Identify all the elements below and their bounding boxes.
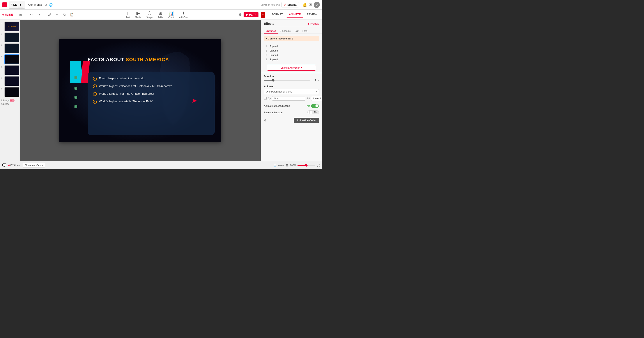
- plus-icon: +: [2, 13, 4, 17]
- tab-path[interactable]: Path: [301, 29, 309, 34]
- notes-icon: 📄: [274, 164, 277, 167]
- share-button[interactable]: ⇄ SHARE: [282, 2, 299, 8]
- table-tool-button[interactable]: ⊞ Table: [158, 11, 163, 19]
- slide-preview-3: [4, 43, 19, 53]
- fullscreen-button[interactable]: ⛶: [317, 164, 320, 167]
- expand-item-2: 2 Expand: [264, 49, 319, 53]
- redo-button[interactable]: ↪: [36, 12, 42, 18]
- duration-slider-thumb[interactable]: [272, 79, 274, 82]
- tab-format[interactable]: FORMAT: [269, 12, 285, 18]
- animate-dropdown[interactable]: One Paragraph at a time ▾: [264, 89, 319, 94]
- undo-button[interactable]: ↩: [28, 12, 34, 18]
- user-avatar[interactable]: U: [314, 2, 320, 8]
- slide-preview-6: [4, 76, 19, 86]
- animate-attached-label: Animate attached shape: [264, 105, 290, 107]
- tab-emphasis[interactable]: Emphasis: [278, 29, 292, 34]
- notifications-icon[interactable]: 🔔: [302, 3, 307, 7]
- shape-tool-button[interactable]: ⬡ Shape: [146, 11, 153, 19]
- addons-tool-button[interactable]: ✦ Add-Ons: [179, 11, 188, 19]
- no-option[interactable]: No: [312, 111, 319, 114]
- globe-icon[interactable]: 🌐: [49, 3, 52, 7]
- text-tool-button[interactable]: T Text: [126, 11, 130, 19]
- bullet-circle-3: [93, 92, 97, 96]
- slide-title-accent: SOUTH AMERICA: [126, 57, 169, 62]
- slide-thumb-6[interactable]: 6: [1, 76, 18, 86]
- effects-header: Effects ▶ Preview: [261, 20, 322, 27]
- mail-icon[interactable]: ✉: [309, 3, 312, 7]
- tab-review[interactable]: REVIEW: [304, 12, 320, 18]
- view-mode-button[interactable]: ⊟ Normal View ▾: [23, 163, 45, 167]
- anim-order-gear-icon[interactable]: ⚙: [264, 119, 267, 122]
- expand-num-2: 2: [266, 50, 268, 52]
- addons-tool-label: Add-Ons: [179, 16, 188, 19]
- slide-thumb-2[interactable]: 2: [1, 33, 18, 42]
- slide-preview-2: [4, 33, 19, 42]
- bullet-circle-4: [93, 100, 97, 104]
- settings-button[interactable]: ⚙: [239, 13, 242, 17]
- tab-animate[interactable]: ANIMATE: [286, 12, 304, 18]
- slide-title-part1: FACTS ABOUT: [88, 57, 126, 62]
- content-placeholder-header[interactable]: ▾ Content Placeholder 1: [264, 36, 319, 41]
- animate-attached-toggle[interactable]: [311, 104, 319, 108]
- effects-title: Effects: [264, 22, 274, 26]
- till-label: Till: [307, 97, 310, 100]
- current-slide-number: 4: [8, 164, 10, 167]
- grid-view-icon[interactable]: ⊞: [286, 164, 288, 167]
- slide-thumb-4[interactable]: 4: [1, 54, 18, 64]
- duration-slider[interactable]: [264, 80, 310, 81]
- tab-exit[interactable]: Exit: [293, 29, 300, 34]
- folder-icon[interactable]: 🗂: [44, 3, 48, 7]
- gallery-button[interactable]: Gallery: [1, 103, 18, 105]
- bullet-circle-2: [93, 84, 97, 88]
- preview-label: Preview: [310, 22, 319, 25]
- play-dropdown-button[interactable]: ▾: [261, 12, 265, 18]
- animation-order-button[interactable]: Animation Order: [294, 118, 319, 123]
- text-icon: T: [126, 11, 129, 16]
- slide-separator: /: [10, 164, 11, 167]
- layout-icon[interactable]: ⊞: [18, 12, 24, 18]
- copy-button[interactable]: ⧉: [61, 12, 68, 18]
- duration-slider-row: 1 x: [264, 79, 319, 82]
- scissors-button[interactable]: ✂: [54, 12, 60, 18]
- slide-label: SLIDE: [5, 13, 13, 16]
- slide-thumb-3[interactable]: 3: [1, 43, 18, 53]
- notes-button[interactable]: 📄 Notes: [274, 164, 284, 167]
- share-label: SHARE: [288, 3, 296, 6]
- zoom-thumb[interactable]: [305, 164, 308, 167]
- reverse-toggle: || No: [307, 111, 319, 114]
- chat-icon[interactable]: 💬: [2, 163, 6, 167]
- file-icon-group: 🗂 🌐: [44, 3, 52, 7]
- slide-thumb-5[interactable]: 5: [1, 65, 18, 75]
- media-tool-button[interactable]: ▶ Media: [135, 11, 141, 19]
- paint-format-button[interactable]: 🖌: [46, 12, 52, 18]
- view-mode-icon: ⊟: [25, 164, 27, 167]
- till-select[interactable]: Level 1: [311, 96, 322, 101]
- library-button[interactable]: Library New: [1, 99, 18, 102]
- play-button[interactable]: ▶ PLAY: [244, 12, 259, 17]
- preview-button[interactable]: ▶ Preview: [308, 22, 319, 25]
- word-input[interactable]: [272, 96, 305, 101]
- preview-arrow-icon: ▶: [308, 22, 310, 25]
- slide-thumb-1[interactable]: 1 CONTINENTS +: [1, 22, 18, 31]
- add-slide-button[interactable]: + SLIDE: [2, 13, 13, 17]
- reverse-order-row: Reverse the order || No: [261, 109, 322, 116]
- toggle-yes-group: Yes: [306, 104, 319, 108]
- slide-number-6: 6: [1, 77, 4, 79]
- change-animation-button[interactable]: Change Animation ▾: [267, 65, 316, 71]
- by-checkbox[interactable]: [264, 97, 266, 100]
- zoom-label: 100%: [290, 164, 296, 167]
- tab-entrance[interactable]: Entrance: [264, 29, 278, 34]
- by-row: By Till Level 1: [264, 96, 319, 101]
- slide-thumb-7[interactable]: 7: [1, 87, 18, 97]
- file-menu-button[interactable]: FILE ▾: [9, 1, 25, 9]
- paste-button[interactable]: 📋: [69, 12, 75, 18]
- right-tab-group: FORMAT ANIMATE REVIEW: [269, 12, 320, 18]
- zoom-slider[interactable]: [298, 165, 315, 166]
- pause-option[interactable]: ||: [308, 111, 312, 114]
- change-animation-label: Change Animation: [280, 66, 300, 69]
- slide-preview-7: [4, 87, 19, 97]
- canvas-area[interactable]: FACTS ABOUT SOUTH AMERICA 1 2 3 4 Fourth…: [20, 20, 261, 161]
- chart-tool-button[interactable]: 📊 Chart: [168, 11, 174, 19]
- expand-label-4: Expand: [270, 58, 278, 61]
- expand-label-3: Expand: [270, 54, 278, 56]
